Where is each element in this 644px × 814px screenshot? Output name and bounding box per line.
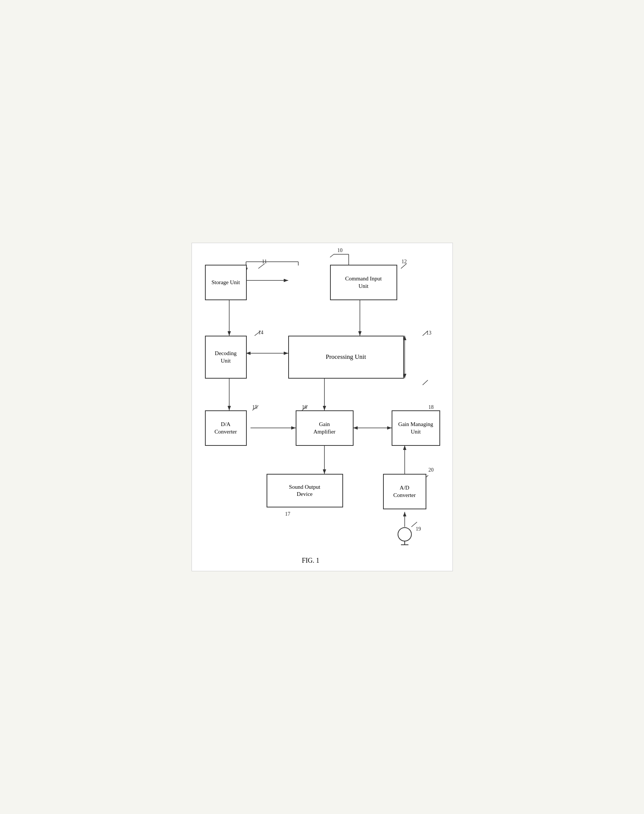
gain-managing-label: Gain ManagingUnit [398, 421, 434, 435]
da-converter-label: D/AConverter [215, 421, 237, 435]
svg-line-29 [423, 380, 428, 385]
decoding-unit-label: DecodingUnit [215, 350, 236, 365]
gain-managing-id: 18 [429, 405, 434, 410]
gain-amplifier-id: 16 [302, 405, 307, 410]
processing-unit-label: Processing Unit [325, 353, 366, 361]
svg-line-6 [330, 254, 334, 257]
sound-output-block: Sound OutputDevice [267, 474, 343, 507]
command-input-id: 12 [402, 259, 407, 265]
gain-amplifier-block: GainAmplifier [296, 410, 354, 446]
da-converter-block: D/AConverter [205, 410, 247, 446]
svg-point-32 [398, 527, 411, 541]
diagram: Storage Unit 11 Command InputUnit 12 Pro… [192, 243, 453, 571]
ref-10: 10 [337, 248, 343, 253]
sound-output-id: 17 [285, 511, 290, 517]
da-converter-id: 15 [252, 405, 258, 410]
command-input-label: Command InputUnit [345, 275, 382, 290]
sound-output-label: Sound OutputDevice [289, 484, 320, 498]
decoding-unit-id: 14 [258, 330, 264, 336]
ad-converter-label: A/DConverter [394, 484, 416, 499]
processing-unit-id: 13 [426, 330, 432, 336]
ad-converter-id: 20 [429, 467, 434, 473]
command-input-block: Command InputUnit [330, 265, 397, 300]
figure-label: FIG. 1 [302, 557, 320, 564]
storage-unit-block: Storage Unit [205, 265, 247, 300]
ad-converter-block: A/DConverter [383, 474, 426, 509]
decoding-unit-block: DecodingUnit [205, 336, 247, 379]
gain-amplifier-label: GainAmplifier [313, 421, 335, 435]
storage-unit-id: 11 [262, 259, 267, 265]
processing-unit-block: Processing Unit [288, 336, 404, 379]
storage-unit-label: Storage Unit [211, 279, 240, 287]
gain-managing-block: Gain ManagingUnit [392, 410, 440, 446]
microphone-symbol [396, 525, 414, 546]
microphone-id: 19 [416, 526, 421, 532]
